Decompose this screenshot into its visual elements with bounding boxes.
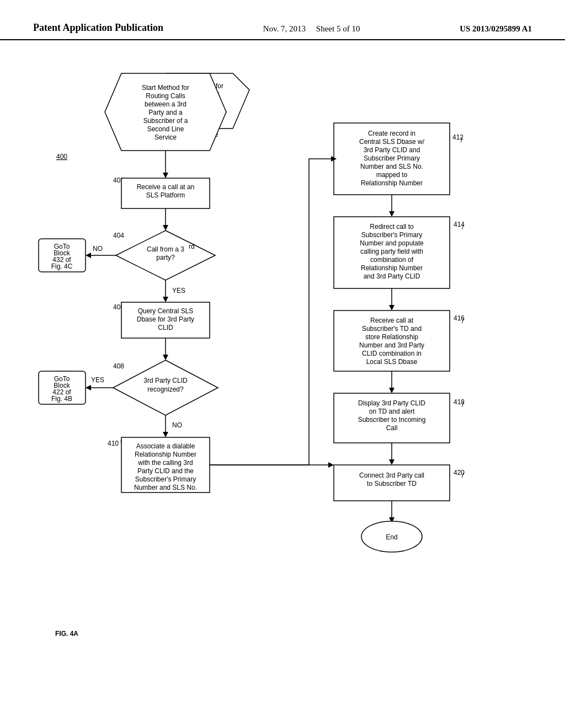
svg-text:Receive a call at an: Receive a call at an	[137, 183, 195, 191]
svg-marker-99	[389, 388, 395, 393]
svg-text:party?: party?	[156, 254, 175, 261]
svg-text:Number and populate: Number and populate	[360, 239, 424, 247]
svg-text:combination of: combination of	[370, 256, 414, 264]
svg-text:Subscriber Primary: Subscriber Primary	[364, 154, 420, 162]
svg-text:3rd Party CLID: 3rd Party CLID	[143, 377, 188, 384]
svg-marker-38	[163, 355, 168, 360]
svg-text:YES: YES	[91, 376, 104, 384]
svg-text:Display 3rd Party CLID: Display 3rd Party CLID	[358, 399, 425, 407]
svg-text:NO: NO	[93, 245, 103, 253]
publication-title: Patent Application Publication	[33, 22, 163, 34]
svg-text:Subscriber's TD and: Subscriber's TD and	[362, 325, 422, 333]
svg-text:Subscriber's Primary: Subscriber's Primary	[135, 475, 196, 483]
svg-text:Number and SLS No.: Number and SLS No.	[360, 163, 423, 170]
svg-text:Local SLS Dbase: Local SLS Dbase	[366, 358, 418, 366]
svg-text:rd: rd	[189, 243, 195, 250]
svg-text:Call from a 3: Call from a 3	[147, 245, 184, 253]
svg-text:NO: NO	[172, 421, 182, 429]
svg-text:Call: Call	[386, 424, 398, 432]
svg-marker-108	[389, 459, 395, 465]
publication-date: Nov. 7, 2013	[263, 24, 306, 33]
svg-text:FIG. 4A: FIG. 4A	[55, 630, 78, 638]
svg-marker-22	[86, 253, 91, 258]
svg-text:410 \: 410 \	[108, 440, 122, 447]
svg-text:Connect 3rd Party call: Connect 3rd Party call	[359, 472, 424, 479]
svg-text:Relationship Number: Relationship Number	[361, 179, 423, 187]
svg-text:Fig. 4B: Fig. 4B	[51, 395, 72, 403]
svg-text:store Relationship: store Relationship	[365, 333, 418, 341]
svg-marker-88	[389, 305, 395, 311]
svg-marker-9	[163, 173, 168, 178]
svg-text:on TD and alert: on TD and alert	[369, 408, 415, 415]
svg-text:recognized?: recognized?	[147, 386, 184, 393]
svg-marker-52	[163, 432, 168, 437]
page-header: Patent Application Publication Nov. 7, 2…	[0, 0, 565, 40]
svg-text:YES: YES	[172, 287, 185, 295]
svg-text:Create record in: Create record in	[368, 130, 415, 137]
main-flowchart: Start Method for Routing Calls between a…	[22, 57, 541, 691]
svg-text:Party and a: Party and a	[148, 109, 183, 116]
svg-text:Redirect call to: Redirect call to	[370, 223, 414, 231]
svg-text:Receive call at: Receive call at	[370, 317, 414, 324]
sheet-info: Sheet 5 of 10	[316, 24, 360, 33]
svg-marker-76	[389, 211, 395, 217]
svg-marker-15	[163, 225, 168, 231]
svg-marker-63	[328, 462, 334, 468]
svg-text:3rd Party CLID and: 3rd Party CLID and	[364, 146, 420, 154]
svg-text:and 3rd Party CLID: and 3rd Party CLID	[364, 272, 420, 280]
patent-number: US 2013/0295899 A1	[460, 24, 532, 34]
svg-text:CLID: CLID	[158, 324, 173, 331]
svg-text:End: End	[386, 533, 397, 541]
svg-text:Relationship Number: Relationship Number	[135, 451, 196, 458]
svg-text:Party CLID and the: Party CLID and the	[137, 467, 194, 475]
svg-text:Subscriber of a: Subscriber of a	[143, 117, 188, 125]
svg-text:Central SLS Dbase w/: Central SLS Dbase w/	[359, 138, 425, 146]
svg-text:Start Method for: Start Method for	[142, 84, 189, 92]
svg-text:Second Line: Second Line	[147, 125, 184, 133]
svg-marker-30	[163, 297, 168, 302]
svg-text:mapped to: mapped to	[376, 171, 408, 179]
svg-text:between a 3rd: between a 3rd	[145, 100, 186, 108]
svg-text:Query Central SLS: Query Central SLS	[138, 307, 194, 315]
svg-text:Fig. 4C: Fig. 4C	[51, 263, 73, 270]
date-sheet: Nov. 7, 2013 Sheet 5 of 10	[263, 24, 360, 34]
svg-text:calling party field with: calling party field with	[360, 248, 423, 255]
svg-text:408: 408	[113, 362, 124, 370]
svg-text:Number and SLS No.: Number and SLS No.	[134, 484, 197, 491]
svg-text:Relationship Number: Relationship Number	[361, 264, 423, 272]
svg-text:CLID combination in: CLID combination in	[362, 350, 422, 357]
svg-text:Dbase for 3rd Party: Dbase for 3rd Party	[137, 315, 194, 323]
diagram-area: 400 Start Method for Routing Calls betwe…	[0, 40, 565, 713]
svg-marker-44	[86, 385, 91, 390]
svg-text:to Subscriber TD: to Subscriber TD	[367, 480, 417, 488]
svg-text:Number and 3rd Party: Number and 3rd Party	[359, 341, 424, 349]
svg-text:Subscriber to Incoming: Subscriber to Incoming	[358, 416, 426, 424]
svg-text:Service: Service	[154, 133, 177, 141]
svg-text:404: 404	[113, 232, 124, 239]
svg-text:Subscriber's Primary: Subscriber's Primary	[361, 231, 422, 239]
svg-text:Associate a dialable: Associate a dialable	[136, 442, 195, 450]
page: Patent Application Publication Nov. 7, 2…	[0, 0, 565, 728]
svg-text:SLS Platform: SLS Platform	[146, 191, 185, 199]
svg-text:Routing Calls: Routing Calls	[146, 92, 185, 100]
svg-text:with the calling 3rd: with the calling 3rd	[137, 459, 193, 467]
